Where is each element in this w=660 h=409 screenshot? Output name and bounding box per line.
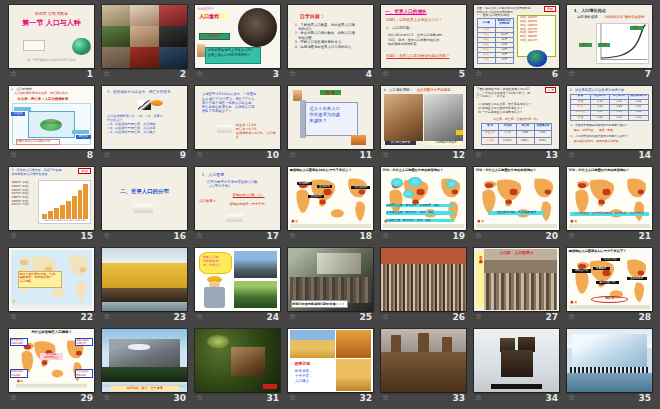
slide-thumbnail[interactable]: 热带沙漠终年炎热， 十分干燥， 人口稀少。☆32: [288, 329, 373, 404]
slide-thumbnail[interactable]: 把我们的血肉筑成我们新的长城！！！☆25: [288, 248, 373, 323]
slide-meta-row: ☆19: [381, 230, 466, 242]
slide-thumbnail[interactable]: 地处中低纬度的沿海，气候 温暖湿润，平原面积宽广， 人口稠密。☆22: [9, 248, 94, 323]
slide-number: 33: [452, 394, 465, 403]
slide-thumbnail[interactable]: ☆2: [102, 5, 187, 80]
slide-thumbnail[interactable]: 4、人口增长原因：生活和医疗水平的提高婴儿死亡率降低人的寿命不断延长☆12: [381, 86, 466, 161]
slide-number: 14: [638, 151, 651, 160]
slide-thumbnail[interactable]: 讨论：为什么人口稠密区分布在这些地区？从纬度位置看，都分布于 中低纬度 地区从海…: [381, 167, 466, 242]
slide-canvas[interactable]: 把我们的血肉筑成我们新的长城！！！: [288, 248, 373, 311]
photo-block: [102, 47, 130, 68]
slide-thumbnail[interactable]: ☆23: [102, 248, 187, 323]
slide-canvas[interactable]: 2、自然增长率与出生率、死亡率的关系人口自然增长率＞0、＝0、＜0，各表示 什么…: [102, 86, 187, 149]
slide-thumbnail[interactable]: ☆31: [195, 329, 280, 404]
slide-thumbnail[interactable]: 第四章 居民与聚落第一节 人口与人种第一PPT模板网 WWW.1PPT.COM☆…: [9, 5, 94, 80]
slide-thumbnail[interactable]: 讨论：为什么人口稠密区分布在这些地区？人口稠密区：亚洲东部和南部、欧洲西部、北美…: [567, 167, 652, 242]
slide-canvas[interactable]: [474, 329, 559, 392]
slide-canvas[interactable]: [195, 329, 280, 392]
slide-canvas[interactable]: 自学目标：1、了解世界人口数量，说出世界人口增 长的特点。 2、学会利用人口统计…: [288, 5, 373, 68]
slide-canvas[interactable]: 中国、印度的人口怎样？人口多，人口密度大: [474, 248, 559, 311]
slide-canvas[interactable]: 某地区平均每1000人当中，一年里出 生并成活了12个婴儿，死亡了7个人。 请计…: [195, 86, 280, 149]
slide-thumbnail[interactable]: 哪些地区人口密度在100人/平方千米以上？欧洲西部亚洲东部亚洲南部北美洲东部☆1…: [288, 167, 373, 242]
slide-canvas[interactable]: 读图：说出世界人口每增加10亿所用的时间， 归纳世界人口增长速度的变化。读图一、…: [474, 5, 559, 68]
slide-canvas[interactable]: [102, 248, 187, 311]
slide-thumbnail[interactable]: ☆26: [381, 248, 466, 323]
forest-photo: [102, 367, 187, 383]
slide-canvas[interactable]: [567, 329, 652, 392]
slide-thumbnail[interactable]: 你知道吗？人口爆炸人口的增长你知道现在地球上有多少人吗？ 世界上的人口分布有规律…: [195, 5, 280, 80]
slide-canvas[interactable]: 1、人口增长特点起初增长缓慢1800年以后 增长迅速加快缓慢加快更快: [567, 5, 652, 68]
slideshow-flag-icon: ☆: [10, 394, 17, 402]
slide-canvas[interactable]: 讨论：为什么人口稠密区分布在这些地区？从纬度位置看，都分布于 中低纬度 地区从海…: [381, 167, 466, 230]
slide-thumbnail[interactable]: 2、自然增长率与出生率、死亡率的关系人口自然增长率＞0、＝0、＜0，各表示 什么…: [102, 86, 187, 161]
slide-text: 问题1：目前世界上共有多少人口？: [386, 18, 463, 23]
slide-number: 35: [638, 394, 651, 403]
slide-canvas[interactable]: [381, 329, 466, 392]
slide-canvas[interactable]: 5、读世界人口增长图，完成下列各题， 并绘制世界人口增长柱状图绘图1830年 1…: [9, 167, 94, 230]
slide-canvas[interactable]: 哪些地区人口密度在100人/平方千米以上？欧洲西部亚洲东部亚洲南部北美洲东部: [288, 167, 373, 230]
slide-thumbnail[interactable]: 一、世界人口的增长问题1：目前世界上共有多少人口？1、人口的总数：2011年10…: [381, 5, 466, 80]
slide-text: 哪些地区人口密度在100人/平方千米以上？: [290, 168, 372, 172]
world-map: [476, 174, 558, 228]
slide-canvas[interactable]: 地处中低纬度的沿海，气候 温暖湿润，平原面积宽广， 人口稠密。: [9, 248, 94, 311]
slide-canvas[interactable]: 一、世界人口的增长问题1：目前世界上共有多少人口？1、人口的总数：2011年10…: [381, 5, 466, 68]
slide-thumbnail[interactable]: 自学目标：1、了解世界人口数量，说出世界人口增 长的特点。 2、学会利用人口统计…: [288, 5, 373, 80]
slide-thumbnail[interactable]: ☆34: [474, 329, 559, 404]
slide-text: 人口密度＝: [198, 199, 222, 204]
slide-canvas[interactable]: 哪些地区人口密度在1人/平方千米以下？北冰洋沿岸撒哈拉沙漠青藏高原亚马孙平原澳大…: [567, 248, 652, 311]
bar: [66, 201, 71, 219]
slide-canvas[interactable]: 讨论：为什么人口稠密区分布在这些地区？人口稠密区：亚洲东部和南部、欧洲西部、北美…: [567, 167, 652, 230]
slide-thumbnail[interactable]: ☆33: [381, 329, 466, 404]
slideshow-flag-icon: ☆: [103, 232, 110, 240]
slide-text: 平均海拔 4000米以上: [40, 353, 63, 360]
slide-thumbnail[interactable]: 某地区平均每1000人当中，一年里出 生并成活了12个婴儿，死亡了7个人。 请计…: [195, 86, 280, 161]
slide-meta-row: ☆21: [567, 230, 652, 242]
slide-thumbnail[interactable]: 1、人口的增长人口自然增长率与出生率、死亡率的关系：出生率－死亡率＝人口自然增长…: [9, 86, 94, 161]
slide-canvas[interactable]: 地势高峻，寒冷，空气稀薄: [102, 329, 187, 392]
slide-thumbnail[interactable]: 1、人口密度指平均每平方千米内居住的人口数 （人/平方千米）人口密度＝该地区总人…: [195, 167, 280, 242]
slideshow-flag-icon: ☆: [289, 232, 296, 240]
slide-canvas[interactable]: 世界人口的 分布很不均 匀，为什么？: [195, 248, 280, 311]
slide-canvas[interactable]: 下面以某地区为例（该地区共有人口10万 人，一年中出生并成活了1230个婴儿，死…: [474, 86, 559, 149]
slide-canvas[interactable]: 1、人口密度指平均每平方千米内居住的人口数 （人/平方千米）人口密度＝该地区总人…: [195, 167, 280, 230]
slide-canvas[interactable]: 热带沙漠终年炎热， 十分干燥， 人口稀少。: [288, 329, 373, 392]
slide-thumbnail[interactable]: 讨论：为什么人口稠密区分布在这些地区？自然条件优越，气候温暖湿润☆20: [474, 167, 559, 242]
slide-meta-row: ☆29: [9, 392, 94, 404]
photo-block: [102, 5, 130, 26]
slide-text: 亚马孙平原: [627, 277, 647, 280]
slide-thumbnail[interactable]: ☆35: [567, 329, 652, 404]
table-cell: 1.23: [499, 130, 517, 137]
slide-number: 3: [273, 70, 279, 79]
slideshow-flag-icon: ☆: [289, 70, 296, 78]
slide-meta-row: ☆17: [195, 230, 280, 242]
slide-text: 终年炎热， 十分干燥， 人口稀少。: [295, 369, 331, 383]
slide-text: 人口自然增长率＞0、＝0、＜0，各表示 什么含义？ ＞0：出生率高于死亡率，人口…: [107, 114, 184, 134]
slide-canvas[interactable]: 第四章 居民与聚落第一节 人口与人种第一PPT模板网 WWW.1PPT.COM: [9, 5, 94, 68]
slide-thumbnail[interactable]: 思 考近几十年来人口 增长速度为何越 来越快？☆11: [288, 86, 373, 161]
slide-canvas[interactable]: [102, 5, 187, 68]
slide-thumbnail[interactable]: 地势高峻，寒冷，空气稀薄☆30: [102, 329, 187, 404]
slide-text: 终年严寒的 高纬度地区: [10, 338, 28, 347]
slide-text: 1800年以后 增长迅速加快: [604, 15, 650, 19]
antler-graphic: [518, 337, 535, 352]
slide-thumbnail[interactable]: 哪些地区人口密度在1人/平方千米以下？北冰洋沿岸撒哈拉沙漠青藏高原亚马孙平原澳大…: [567, 248, 652, 323]
slide-canvas[interactable]: 4、人口增长原因：生活和医疗水平的提高婴儿死亡率降低人的寿命不断延长: [381, 86, 466, 149]
slide-canvas[interactable]: [381, 248, 466, 311]
slide-canvas[interactable]: 1、人口的增长人口自然增长率与出生率、死亡率的关系：出生率－死亡率＝人口自然增长…: [9, 86, 94, 149]
slide-canvas[interactable]: 4、读世界各国人口自然增长率统计表国 家出生率(%)死亡率(%)自然增长率(%)…: [567, 86, 652, 149]
slide-thumbnail[interactable]: 1、人口增长特点起初增长缓慢1800年以后 增长迅速加快缓慢加快更快☆7: [567, 5, 652, 80]
slide-canvas[interactable]: 思 考近几十年来人口 增长速度为何越 来越快？: [288, 86, 373, 149]
slide-canvas[interactable]: 你知道吗？人口爆炸人口的增长你知道现在地球上有多少人吗？ 世界上的人口分布有规律…: [195, 5, 280, 68]
slide-canvas[interactable]: 讨论：为什么人口稠密区分布在这些地区？自然条件优越，气候温暖湿润: [474, 167, 559, 230]
slide-thumbnail[interactable]: 二、世界人口的分布☆16: [102, 167, 187, 242]
slide-thumbnail[interactable]: 4、读世界各国人口自然增长率统计表国 家出生率(%)死亡率(%)自然增长率(%)…: [567, 86, 652, 161]
slide-text: 缓慢: [579, 43, 592, 47]
slide-thumbnail[interactable]: 中国、印度的人口怎样？人口多，人口密度大☆27: [474, 248, 559, 323]
slide-thumbnail[interactable]: 世界人口的 分布很不均 匀，为什么？☆24: [195, 248, 280, 323]
slide-thumbnail[interactable]: 为什么这些地区人口稀疏？终年严寒的 高纬度地区极端干旱的 沙漠地区地势高峻的 高…: [9, 329, 94, 404]
slide-canvas[interactable]: 为什么这些地区人口稀疏？终年严寒的 高纬度地区极端干旱的 沙漠地区地势高峻的 高…: [9, 329, 94, 392]
slide-thumbnail[interactable]: 5、读世界人口增长图，完成下列各题， 并绘制世界人口增长柱状图绘图1830年 1…: [9, 167, 94, 242]
table-cell: 0.60: [516, 130, 534, 137]
slide-thumbnail[interactable]: 读图：说出世界人口每增加10亿所用的时间， 归纳世界人口增长速度的变化。读图一、…: [474, 5, 559, 80]
slide-thumbnail[interactable]: 下面以某地区为例（该地区共有人口10万 人，一年中出生并成活了1230个婴儿，死…: [474, 86, 559, 161]
slide-canvas[interactable]: 二、世界人口的分布: [102, 167, 187, 230]
